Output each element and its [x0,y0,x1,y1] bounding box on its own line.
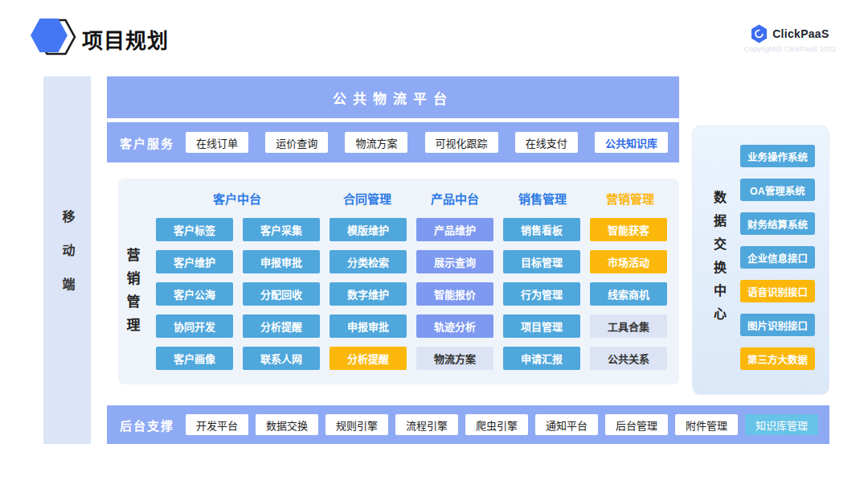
matrix-column-header: 合同管理 [343,190,391,207]
data-exchange-button[interactable]: 业务操作系统 [740,145,815,167]
backend-support-button[interactable]: 知识库管理 [745,414,818,435]
matrix-cell[interactable]: 轨迹分析 [416,314,493,338]
matrix-cell[interactable]: 申报审批 [330,314,407,338]
data-exchange-label: 数据交换中心 [709,191,728,331]
page: 项目规划 ClickPaaS Copyright@ ClickPaaS 2022… [0,0,868,489]
platform-banner: 公共物流平台 [107,76,679,118]
matrix-cell[interactable]: 项目管理 [503,314,580,338]
customer-service-button[interactable]: 在线支付 [515,132,578,153]
backend-support-button[interactable]: 爬虫引擎 [465,414,528,435]
backend-support-button[interactable]: 流程引擎 [395,414,458,435]
marketing-matrix-panel: 客户中台合同管理产品中台销售管理营销管理 营销管理 客户标签客户采集模版维护产品… [118,179,679,384]
mobile-side-label: 移动端 [58,210,77,311]
matrix-cell[interactable]: 客户采集 [243,218,320,241]
matrix-cell[interactable]: 线索商机 [590,282,667,306]
backend-support-button[interactable]: 数据交换 [256,414,318,435]
matrix-column-header: 营销管理 [606,190,654,207]
page-title: 项目规划 [82,24,169,54]
platform-banner-label: 公共物流平台 [333,88,453,108]
brand-copyright: Copyright@ ClickPaaS 2022 [744,45,836,53]
clickpaas-logo-icon [751,24,768,43]
app-logo-hexagon-icon [29,16,79,60]
customer-service-band: 客户服务 在线订单运价查询物流方案可视化跟踪在线支付公共知识库 [107,122,679,162]
matrix-cell[interactable]: 产品维护 [416,218,493,241]
matrix-cell[interactable]: 销售看板 [503,218,580,241]
matrix-row-label-wrap: 营销管理 [118,218,145,370]
matrix-cell[interactable]: 模版维护 [330,218,407,241]
data-exchange-button[interactable]: 语音识别接口 [740,280,815,302]
matrix-cell[interactable]: 客户维护 [156,250,233,273]
backend-support-button[interactable]: 后台管理 [605,414,668,435]
matrix-cell[interactable]: 客户画像 [156,347,233,370]
brand-block: ClickPaaS Copyright@ ClickPaaS 2022 [744,24,836,53]
data-exchange-label-wrap: 数据交换中心 [702,126,735,394]
data-exchange-button[interactable]: OA管理系统 [740,179,815,201]
customer-service-button[interactable]: 运价查询 [265,132,328,153]
matrix-cell[interactable]: 客户公海 [156,282,233,306]
matrix-cell[interactable]: 智能获客 [590,218,667,241]
matrix-cell[interactable]: 分配回收 [243,282,320,306]
backend-support-button[interactable]: 规则引擎 [326,414,388,435]
data-exchange-button[interactable]: 企业信息接口 [740,246,815,269]
matrix-cell[interactable]: 市场活动 [590,250,667,273]
mobile-side-bar: 移动端 [43,76,91,444]
brand-name: ClickPaaS [772,27,829,40]
data-exchange-button[interactable]: 图片识别接口 [740,314,815,336]
matrix-column-header: 客户中台 [213,190,261,207]
matrix-column-header: 产品中台 [431,190,479,207]
customer-service-label: 客户服务 [120,134,186,151]
matrix-cell[interactable]: 工具合集 [590,314,667,338]
matrix-cell[interactable]: 数字维护 [330,282,407,306]
customer-service-button[interactable]: 在线订单 [186,132,248,153]
matrix-cell[interactable]: 展示查询 [416,250,493,273]
matrix-cell[interactable]: 分类检索 [330,250,407,273]
backend-support-label: 后台支撑 [120,417,186,434]
matrix-cell[interactable]: 行为管理 [503,282,580,306]
data-exchange-button[interactable]: 财务结算系统 [740,212,815,235]
backend-support-button[interactable]: 附件管理 [675,414,738,435]
backend-support-band: 后台支撑 开发平台数据交换规则引擎流程引擎爬虫引擎通知平台后台管理附件管理知识库… [107,405,829,444]
matrix-row-label: 营销管理 [122,248,142,341]
data-exchange-panel: 数据交换中心 业务操作系统OA管理系统财务结算系统企业信息接口语音识别接口图片识… [692,125,829,395]
customer-service-button[interactable]: 物流方案 [345,132,407,153]
matrix-cell[interactable]: 申请汇报 [503,347,580,370]
customer-service-button[interactable]: 公共知识库 [595,132,668,153]
matrix-grid: 客户标签客户采集模版维护产品维护销售看板智能获客客户维护申报审批分类检索展示查询… [156,218,667,370]
backend-support-button[interactable]: 通知平台 [535,414,598,435]
customer-service-buttons: 在线订单运价查询物流方案可视化跟踪在线支付公共知识库 [186,132,668,153]
matrix-cell[interactable]: 目标管理 [503,250,580,273]
matrix-cell[interactable]: 物流方案 [416,347,493,370]
backend-support-buttons: 开发平台数据交换规则引擎流程引擎爬虫引擎通知平台后台管理附件管理知识库管理 [186,414,818,435]
matrix-cell[interactable]: 客户标签 [156,218,233,241]
matrix-column-header: 销售管理 [518,190,567,207]
backend-support-button[interactable]: 开发平台 [186,414,248,435]
matrix-cell[interactable]: 申报审批 [243,250,320,273]
matrix-cell[interactable]: 智能报价 [416,282,493,306]
matrix-cell[interactable]: 联系人网 [243,347,320,370]
matrix-cell[interactable]: 分析提醒 [330,347,407,370]
matrix-cell[interactable]: 分析提醒 [243,314,320,338]
matrix-cell[interactable]: 协同开发 [156,314,233,338]
customer-service-button[interactable]: 可视化跟踪 [425,132,498,153]
data-exchange-button[interactable]: 第三方大数据 [740,347,815,370]
matrix-cell[interactable]: 公共关系 [590,347,667,370]
data-exchange-buttons: 业务操作系统OA管理系统财务结算系统企业信息接口语音识别接口图片识别接口第三方大… [740,145,815,370]
